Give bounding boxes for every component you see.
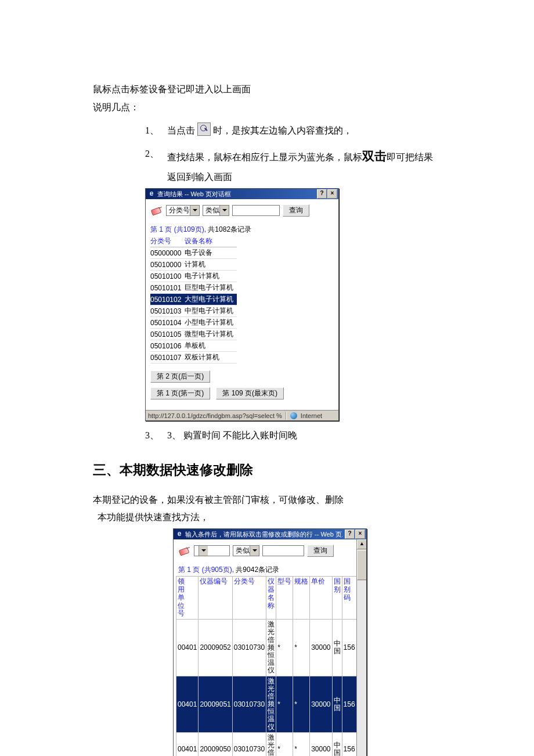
field-select[interactable]: 分类号 — [166, 205, 200, 216]
para2-line2: 本功能提供快速查找方法， — [93, 509, 441, 526]
match-select[interactable]: 类似 — [233, 545, 259, 556]
result-table: 分类号 设备名称 05000000电子设备05010000计算机05010100… — [150, 236, 237, 363]
dialog-title: 输入条件后，请用鼠标双击需修改或删除的行 -- Web 页对话框 — [185, 530, 342, 539]
search-row: 类似 查询 — [174, 539, 357, 563]
status-url: http://127.0.0.1/gdzc/findgbm.asp?sql=se… — [148, 412, 282, 419]
section-heading: 三、本期数据快速修改删除 — [93, 461, 441, 479]
list-item-2-bold: 双击 — [362, 149, 387, 163]
intro-line-2: 说明几点： — [93, 99, 441, 116]
list-item-1-text-b: 时，是按其左边输入内容查找的， — [213, 125, 352, 135]
table-row[interactable]: 05010102大型电子计算机 — [150, 294, 237, 305]
globe-icon — [290, 412, 297, 419]
page-info: 第 1 页 (共109页), 共1082条记录 — [146, 222, 338, 236]
list-item-2-text-a: 查找结果，鼠标在相应行上显示为蓝光条，鼠标 — [167, 152, 362, 162]
search-input[interactable] — [262, 545, 304, 556]
data-th: 分类号 — [232, 577, 266, 620]
table-row[interactable]: 05010103中型电子计算机 — [150, 305, 237, 317]
table-row[interactable]: 004012000905203010730激光倍频恒温仪**30000中国156… — [176, 620, 367, 676]
data-th: 领用单位号 — [176, 577, 199, 620]
dialog-title: 查询结果 -- Web 页对话框 — [157, 190, 315, 199]
data-th: 国别 — [332, 577, 342, 620]
status-net: Internet — [301, 412, 322, 419]
titlebar: 输入条件后，请用鼠标双击需修改或删除的行 -- Web 页对话框 ? × — [174, 529, 366, 539]
data-th: 单价 — [310, 577, 332, 620]
table-row[interactable]: 05010100电子计算机 — [150, 271, 237, 282]
help-button[interactable]: ? — [345, 530, 355, 539]
chevron-down-icon — [199, 546, 208, 556]
ie-icon — [176, 531, 183, 538]
close-button[interactable]: × — [327, 189, 337, 199]
data-th: 规格 — [293, 577, 310, 620]
field-select[interactable] — [194, 545, 230, 556]
table-row[interactable]: 05000000电子设备 — [150, 247, 237, 259]
table-row[interactable]: 004012000905003010730激光倍频**30000中国156无20… — [176, 732, 367, 756]
status-bar: http://127.0.0.1/gdzc/findgbm.asp?sql=se… — [146, 410, 338, 420]
query-button[interactable]: 查询 — [307, 545, 334, 557]
page-info: 第 1 页 (共905页), 共9042条记录 — [174, 563, 357, 576]
titlebar: 查询结果 -- Web 页对话框 ? × — [146, 189, 338, 199]
edit-delete-dialog: 输入条件后，请用鼠标双击需修改或删除的行 -- Web 页对话框 ? × ▲ ▼ — [173, 528, 367, 756]
ie-icon — [148, 190, 155, 197]
query-result-dialog: 查询结果 -- Web 页对话框 ? × 分类号 类似 查询 — [145, 188, 339, 421]
search-input[interactable] — [232, 205, 280, 216]
table-row[interactable]: 05010106单板机 — [150, 340, 237, 352]
list-item-1: 1、 当点击 时，是按其左边输入内容查找的， — [145, 122, 441, 139]
scroll-up-icon[interactable]: ▲ — [357, 539, 366, 549]
table-row[interactable]: 05010101巨型电子计算机 — [150, 282, 237, 294]
table-row[interactable]: 004012000905103010730激光倍频恒温仪**30000中国156… — [176, 676, 367, 732]
search-row: 分类号 类似 查询 — [146, 199, 338, 222]
pager-next-button[interactable]: 第 2 页(后一页) — [150, 370, 210, 383]
chevron-down-icon — [250, 546, 259, 556]
data-th: 型号 — [276, 577, 293, 620]
search-icon — [197, 123, 211, 136]
list-item-3-num: 3、 — [145, 427, 159, 444]
data-table: 领用单位号仪器编号分类号仪器名称型号规格单价国别国别码厂家出厂号出厂日期购置期 … — [176, 576, 366, 756]
eraser-icon[interactable] — [150, 204, 163, 217]
pager-last-button[interactable]: 第 109 页(最末页) — [216, 387, 284, 399]
list-item-1-num: 1、 — [145, 122, 159, 139]
data-th: 国别码 — [342, 577, 356, 620]
para2-line1: 本期登记的设备，如果没有被主管部门审核，可做修改、删除 — [93, 492, 441, 509]
table-row[interactable]: 05010105微型电子计算机 — [150, 329, 237, 340]
data-th: 仪器编号 — [199, 577, 232, 620]
list-item-2: 2、 查找结果，鼠标在相应行上显示为蓝光条，鼠标双击即可把结果返回到输入画面 — [145, 145, 441, 186]
list-item-2-num: 2、 — [145, 145, 159, 163]
result-th-name: 设备名称 — [185, 236, 237, 247]
result-th-code: 分类号 — [150, 236, 185, 247]
close-button[interactable]: × — [355, 530, 365, 539]
table-row[interactable]: 05010107双板计算机 — [150, 352, 237, 363]
table-row[interactable]: 05010104小型电子计算机 — [150, 317, 237, 329]
data-th: 仪器名称 — [266, 577, 276, 620]
vertical-scrollbar[interactable]: ▲ ▼ — [356, 539, 366, 756]
pager-first-button[interactable]: 第 1 页(第一页) — [150, 387, 210, 399]
query-button[interactable]: 查询 — [283, 204, 309, 217]
help-button[interactable]: ? — [317, 189, 327, 199]
match-select[interactable]: 类似 — [203, 205, 229, 216]
list-item-1-text-a: 当点击 — [167, 125, 195, 135]
table-row[interactable]: 05010000计算机 — [150, 259, 237, 271]
list-item-3-text: 3、 购置时间 不能比入账时间晚 — [167, 427, 441, 444]
list-item-3: 3、 3、 购置时间 不能比入账时间晚 — [145, 427, 441, 444]
eraser-icon[interactable] — [178, 544, 191, 557]
intro-line-1: 鼠标点击标签设备登记即进入以上画面 — [93, 81, 441, 98]
chevron-down-icon — [190, 206, 199, 215]
chevron-down-icon — [219, 206, 229, 215]
